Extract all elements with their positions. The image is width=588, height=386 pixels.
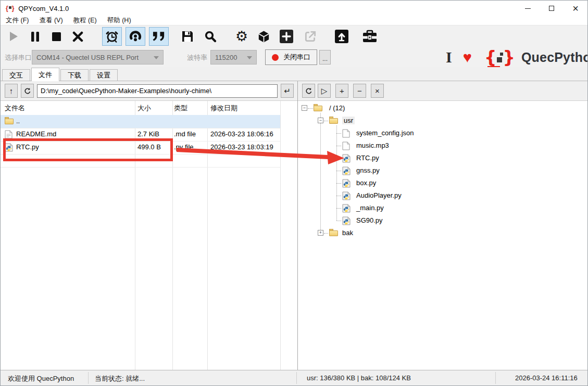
clear-button[interactable]	[72, 31, 83, 42]
status-welcome: 欢迎使用 QuecPython	[8, 374, 74, 383]
python-file-icon	[342, 191, 351, 200]
tree-item-label: usr	[342, 117, 355, 124]
maximize-button[interactable]	[540, 1, 564, 16]
x-icon: ×	[375, 86, 380, 95]
file-size: 2.7 KiB	[137, 130, 159, 138]
refresh-local-button[interactable]	[21, 84, 34, 98]
close-button[interactable]: ×	[564, 1, 587, 16]
echo-toggle-button[interactable]	[149, 27, 169, 46]
port-select-value: COM14 - Quectel USB REPL Port	[36, 54, 139, 61]
col-header-size[interactable]: 大小	[137, 104, 151, 113]
python-file-icon	[342, 166, 351, 175]
add-file-button[interactable]: +	[335, 84, 348, 98]
search-icon	[204, 30, 217, 43]
save-icon	[181, 30, 194, 43]
baud-select[interactable]: 115200	[210, 50, 257, 65]
tree-item-label: AudioPlayer.py	[356, 191, 402, 199]
tree-item-sg90[interactable]: SG90.py	[298, 214, 587, 227]
x-icon	[72, 31, 83, 42]
tab-download[interactable]: 下载	[60, 69, 89, 81]
brand-area: I ♥ { } QuecPython	[446, 46, 588, 68]
file-date: 2026-03-23 18:06:16	[210, 130, 273, 138]
add-button[interactable]	[280, 30, 293, 43]
collapse-icon[interactable]: −	[302, 105, 307, 111]
timer-toggle-button[interactable]	[102, 27, 122, 46]
tab-settings[interactable]: 设置	[90, 69, 118, 81]
refresh-device-button[interactable]	[302, 84, 315, 98]
minus-icon: −	[357, 86, 362, 95]
tree-item-main[interactable]: _main.py	[298, 202, 587, 214]
table-row-parent-dir[interactable]: ..	[1, 115, 280, 128]
export-button[interactable]	[304, 30, 317, 43]
package-button[interactable]	[257, 30, 270, 43]
minimize-button[interactable]	[516, 1, 540, 16]
up-directory-button[interactable]: ↑	[5, 84, 18, 98]
file-name: README.md	[16, 130, 56, 138]
tree-item-label: gnss.py	[356, 166, 380, 174]
status-bar: 欢迎使用 QuecPython 当前状态: 就绪... usr: 136/380…	[1, 370, 587, 385]
quecpython-logo-icon: { }	[484, 49, 515, 66]
tree-item-box[interactable]: box.py	[298, 177, 587, 189]
run-icon: ▷	[321, 86, 328, 96]
annotation-highlight-box	[3, 138, 173, 161]
close-port-label: 关闭串口	[283, 53, 310, 62]
firmware-button[interactable]	[362, 30, 378, 43]
tree-item-label: / (12)	[329, 104, 345, 112]
tab-repl[interactable]: 交互	[2, 69, 30, 81]
tab-file[interactable]: 文件	[31, 68, 59, 81]
tree-item-audioplayer[interactable]: AudioPlayer.py	[298, 189, 587, 202]
col-header-date[interactable]: 修改日期	[210, 104, 237, 113]
listen-toggle-button[interactable]	[126, 27, 145, 46]
alarm-clock-icon	[105, 30, 119, 43]
collapse-icon[interactable]: −	[318, 118, 323, 123]
local-path-input[interactable]	[37, 84, 278, 98]
headset-icon	[129, 30, 142, 43]
menu-help[interactable]: 帮助 (H)	[102, 16, 136, 25]
heart-icon: ♥	[463, 49, 472, 66]
brand-name: QuecPython	[521, 50, 588, 65]
settings-button[interactable]: ⚙	[235, 30, 248, 44]
pause-icon	[31, 32, 40, 42]
stop-button[interactable]	[52, 32, 61, 41]
play-button[interactable]	[8, 31, 19, 42]
menu-view[interactable]: 查看 (V)	[34, 16, 68, 25]
tree-item-system-config[interactable]: system_config.json	[298, 127, 587, 139]
app-logo-icon: {}	[6, 5, 14, 12]
save-button[interactable]	[181, 30, 194, 43]
remove-file-button[interactable]: −	[353, 84, 366, 98]
minimize-icon	[525, 8, 531, 9]
tree-item-usr[interactable]: − usr	[298, 114, 587, 127]
go-path-button[interactable]: ↵	[281, 84, 294, 98]
pause-button[interactable]	[31, 32, 40, 42]
tree-item-root[interactable]: − / (12)	[298, 102, 587, 114]
tree-item-bak[interactable]: + bak	[298, 227, 587, 239]
baud-select-value: 115200	[215, 54, 237, 61]
delete-button[interactable]: ×	[371, 84, 384, 98]
tree-item-label: box.py	[356, 179, 376, 187]
document-icon	[5, 130, 14, 139]
device-toolbar: ▷ + − ×	[298, 81, 587, 101]
run-script-button[interactable]: ▷	[318, 84, 331, 98]
i-cursor-glyph: I	[446, 48, 452, 66]
stop-icon	[52, 32, 61, 41]
close-icon: ×	[572, 3, 579, 15]
maximize-icon	[549, 6, 554, 11]
baud-label: 波特率	[187, 53, 207, 62]
close-port-button[interactable]: 关闭串口	[265, 49, 317, 65]
col-header-type[interactable]: 类型	[174, 104, 187, 113]
menu-file[interactable]: 文件 (F)	[1, 16, 34, 25]
col-header-name[interactable]: 文件名	[5, 104, 25, 113]
expand-icon[interactable]: +	[318, 230, 323, 236]
tree-item-label: system_config.json	[356, 129, 414, 137]
tree-item-label: bak	[342, 229, 353, 237]
menu-tutorial[interactable]: 教程 (E)	[68, 16, 102, 25]
status-time: 2026-03-24 16:11:16	[515, 374, 578, 382]
refresh-icon	[24, 87, 31, 95]
gear-icon: ⚙	[235, 30, 248, 44]
chevron-down-icon	[154, 56, 159, 59]
port-more-button[interactable]: ...	[319, 50, 331, 65]
upload-button[interactable]	[335, 30, 348, 43]
python-file-icon	[342, 204, 351, 213]
port-select[interactable]: COM14 - Quectel USB REPL Port	[32, 50, 164, 65]
search-button[interactable]	[204, 30, 217, 43]
